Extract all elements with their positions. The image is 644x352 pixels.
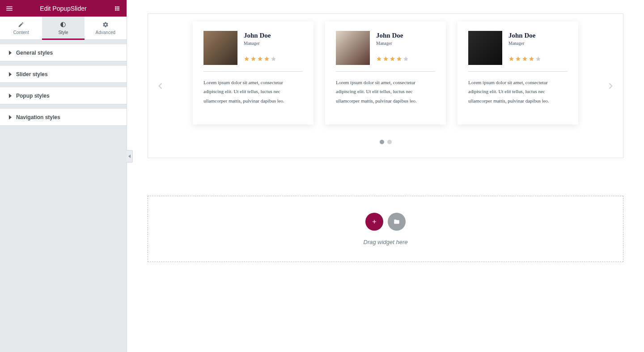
collapse-sidebar-button[interactable] — [127, 150, 133, 163]
tab-style[interactable]: Style — [42, 17, 84, 39]
section-navigation-styles[interactable]: Navigation styles — [0, 109, 127, 126]
menu-icon[interactable] — [5, 4, 13, 13]
star-icon — [396, 56, 402, 61]
template-library-button[interactable] — [388, 213, 406, 231]
slider-dot[interactable] — [380, 140, 384, 144]
card-name: John Doe — [376, 32, 409, 39]
star-icon — [522, 56, 528, 61]
star-icon — [244, 56, 250, 61]
avatar — [203, 31, 237, 65]
slider-next-arrow[interactable] — [605, 81, 616, 91]
avatar — [336, 31, 370, 65]
card-role: Manager — [508, 41, 541, 46]
section-label: General styles — [16, 50, 53, 56]
sidebar-header: Edit PopupSlider — [0, 0, 127, 17]
section-label: Navigation styles — [16, 114, 60, 120]
dropzone-label: Drag widget here — [364, 239, 408, 245]
card-text: Lorem ipsum dolor sit amet, consectetur … — [468, 78, 568, 105]
testimonial-card[interactable]: John Doe Manager Lorem ipsum dolor sit a… — [193, 21, 314, 124]
card-role: Manager — [376, 41, 409, 46]
star-icon — [390, 56, 395, 61]
apps-icon[interactable] — [113, 4, 121, 13]
star-icon — [529, 56, 534, 61]
star-icon — [403, 56, 409, 61]
section-general-styles[interactable]: General styles — [0, 44, 127, 61]
testimonial-card[interactable]: John Doe Manager Lorem ipsum dolor sit a… — [325, 21, 446, 124]
star-icon — [383, 56, 389, 61]
testimonial-card[interactable]: John Doe Manager Lorem ipsum dolor sit a… — [458, 21, 578, 124]
slider-cards: John Doe Manager Lorem ipsum dolor sit a… — [165, 21, 606, 124]
editor-canvas: John Doe Manager Lorem ipsum dolor sit a… — [127, 0, 644, 352]
editor-sidebar: Edit PopupSlider Content Style Advanced … — [0, 0, 127, 352]
tab-advanced-label: Advanced — [96, 30, 115, 35]
sidebar-tabs: Content Style Advanced — [0, 17, 127, 40]
slider-dots — [165, 140, 606, 144]
star-icon — [257, 56, 263, 61]
star-rating — [376, 56, 409, 61]
star-rating — [244, 56, 276, 61]
section-label: Slider styles — [16, 71, 48, 77]
star-icon — [376, 56, 382, 61]
tab-advanced[interactable]: Advanced — [85, 17, 127, 39]
star-icon — [250, 56, 256, 61]
section-popup-styles[interactable]: Popup styles — [0, 87, 127, 104]
tab-content-label: Content — [13, 30, 29, 35]
sidebar-title: Edit PopupSlider — [13, 5, 113, 12]
avatar — [468, 31, 502, 65]
star-icon — [264, 56, 270, 61]
card-text: Lorem ipsum dolor sit amet, consectetur … — [336, 78, 435, 105]
star-icon — [515, 56, 521, 61]
tab-style-label: Style — [58, 30, 68, 35]
tab-content[interactable]: Content — [0, 17, 42, 39]
widget-dropzone[interactable]: Drag widget here — [148, 196, 623, 262]
star-icon — [508, 56, 514, 61]
star-rating — [508, 56, 541, 61]
section-slider-styles[interactable]: Slider styles — [0, 66, 127, 83]
card-role: Manager — [244, 41, 276, 46]
slider-dot[interactable] — [387, 140, 392, 144]
star-icon — [535, 56, 541, 61]
star-icon — [271, 56, 276, 61]
card-text: Lorem ipsum dolor sit amet, consectetur … — [203, 78, 303, 105]
slider-widget[interactable]: John Doe Manager Lorem ipsum dolor sit a… — [148, 13, 623, 158]
slider-prev-arrow[interactable] — [155, 81, 166, 91]
add-widget-button[interactable] — [365, 213, 383, 231]
section-label: Popup styles — [16, 93, 50, 99]
card-name: John Doe — [244, 32, 276, 39]
card-name: John Doe — [508, 32, 541, 39]
